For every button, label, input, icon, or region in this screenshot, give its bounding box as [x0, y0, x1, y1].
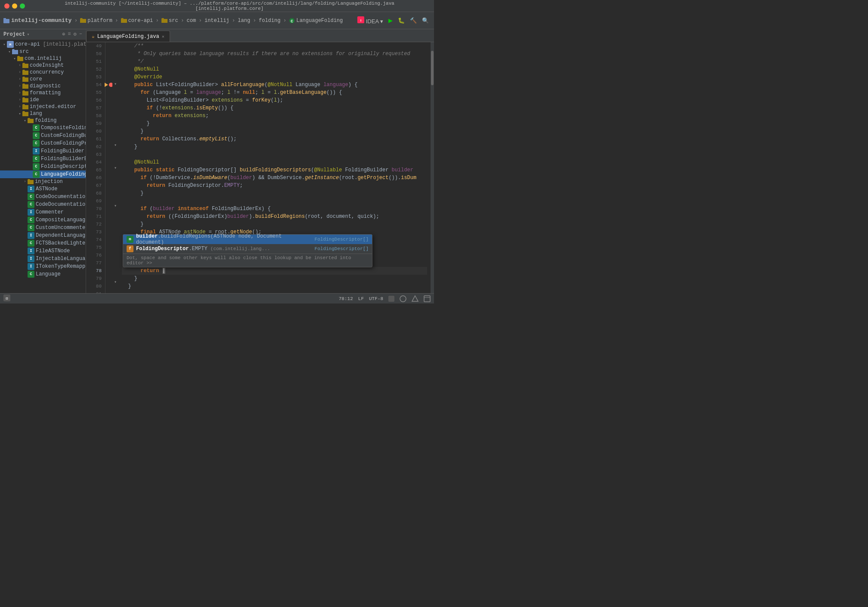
tree-item-fileastnode[interactable]: I FileASTNode: [0, 247, 86, 255]
tree-item-com-intellij[interactable]: ▾ com.intellij: [0, 55, 86, 62]
line-58: 58: [96, 112, 102, 120]
tree-label: injection: [35, 179, 63, 185]
fold-62[interactable]: ▾: [112, 141, 118, 149]
search-button[interactable]: 🔍: [420, 16, 431, 25]
fold-53: [112, 73, 118, 81]
tree-item-composite-folding-builder[interactable]: C CompositeFoldingBuilder: [0, 124, 86, 132]
line-72: 72: [96, 220, 102, 228]
bp-54[interactable]: [105, 81, 112, 89]
git-icon[interactable]: [400, 295, 406, 302]
class-i-icon: I: [28, 263, 34, 270]
code-line-65: public static FoldingDescriptor[] buildF…: [122, 166, 427, 174]
code-line-55: for (Language l = language; l != null; l…: [122, 89, 427, 96]
tree-item-itokentyperemapper[interactable]: I ITokenTypeRemapper: [0, 263, 86, 270]
fold-80[interactable]: ▾: [112, 278, 118, 286]
tree-item-language[interactable]: C Language: [0, 270, 86, 278]
tree-item-folding[interactable]: ▾ folding: [0, 117, 86, 124]
breadcrumb-lang[interactable]: lang: [238, 18, 250, 24]
minimize-button[interactable]: [12, 3, 17, 9]
sidebar-settings-btn[interactable]: ⚙: [74, 31, 77, 37]
bp-73: [105, 228, 112, 236]
tree-item-customuncommenter[interactable]: C CustomUncommenter: [0, 224, 86, 232]
maximize-button[interactable]: [20, 3, 25, 9]
breadcrumb-src[interactable]: src: [161, 18, 178, 24]
bp-49: [105, 42, 112, 50]
sidebar-title-text: Project: [3, 31, 25, 37]
tree-label: CustomUncommenter: [36, 225, 86, 231]
breadcrumb-core-api[interactable]: core-api: [121, 18, 153, 24]
tab-close-btn[interactable]: ✕: [162, 34, 164, 39]
window-title: intellij-community [~/intellij-community…: [29, 1, 430, 11]
tree-label: diagnostic: [30, 83, 61, 89]
tree-item-folding-descriptor[interactable]: C FoldingDescriptor: [0, 163, 86, 170]
warning-icon[interactable]: [412, 295, 418, 302]
breadcrumb-platform[interactable]: platform: [80, 18, 112, 24]
tree-item-core[interactable]: › core: [0, 76, 86, 83]
tree-item-ide[interactable]: › ide: [0, 96, 86, 103]
debug-button[interactable]: 🐛: [396, 16, 406, 25]
tree-item-src[interactable]: ▾ src: [0, 48, 86, 55]
class-i-icon: I: [28, 232, 34, 239]
code-content[interactable]: /** * Only queries base language results…: [118, 42, 431, 293]
tree-item-custom-folding-builder[interactable]: C CustomFoldingBuilder: [0, 132, 86, 139]
class-c-icon: C: [33, 140, 40, 147]
tree-label: ASTNode: [36, 186, 57, 192]
run-button[interactable]: ▶: [387, 16, 394, 25]
lf-label: LF: [358, 296, 364, 301]
traffic-lights: [4, 3, 25, 9]
title-bar: intellij-community [~/intellij-community…: [0, 0, 434, 12]
tree-item-codeinsight[interactable]: › codeInsight: [0, 62, 86, 69]
scrollbar-thumb[interactable]: [431, 51, 434, 85]
sidebar-close-btn[interactable]: –: [79, 31, 82, 37]
breadcrumb-com[interactable]: com: [187, 18, 196, 24]
tree-item-commenter[interactable]: I Commenter: [0, 208, 86, 216]
ac-item-1[interactable]: m builder.buildFoldRegions(ASTNode node,…: [123, 235, 372, 244]
tree-item-lang[interactable]: ▾ lang: [0, 110, 86, 117]
tree-item-concurrency[interactable]: › concurrency: [0, 69, 86, 76]
layout-icon[interactable]: [424, 295, 431, 302]
tree-item-fctsbackedlighterast[interactable]: C FCTSBackedLighterAST: [0, 239, 86, 247]
bp-51: [105, 58, 112, 65]
tab-language-folding[interactable]: ☕ LanguageFolding.java ✕: [86, 31, 170, 42]
bp-52: [105, 65, 112, 73]
tree-item-core-api[interactable]: ▾ M core-api [intellij.platform.core]: [0, 40, 86, 48]
tree-item-language-folding[interactable]: C LanguageFolding: [0, 170, 86, 178]
fold-54[interactable]: ▾: [112, 80, 118, 88]
tree-item-injection[interactable]: › injection: [0, 178, 86, 185]
run-config-selector[interactable]: I IDEA ▾: [356, 15, 385, 25]
breadcrumb-languagefolding[interactable]: C LanguageFolding: [289, 18, 343, 24]
ac-item-2[interactable]: f FoldingDescriptor.EMPTY (com.intellij.…: [123, 244, 372, 254]
cursor-position[interactable]: 78:12: [339, 296, 353, 301]
close-button[interactable]: [4, 3, 9, 9]
breadcrumb-folding[interactable]: folding: [259, 18, 280, 24]
terminal-icon[interactable]: ⊡: [3, 294, 10, 301]
tree-item-codedocumentationawareco-2[interactable]: C CodeDocumentationAwareCo: [0, 201, 86, 208]
tree-item-injected-editor[interactable]: › injected.editor: [0, 103, 86, 110]
line-ending[interactable]: LF: [358, 296, 364, 301]
sidebar-sync-btn[interactable]: ⊕: [62, 31, 65, 37]
tree-item-astnode[interactable]: I ASTNode: [0, 185, 86, 193]
breadcrumb-intellij[interactable]: intellij: [205, 18, 229, 24]
breadcrumb-coreapi-label: core-api: [128, 18, 153, 24]
build-button[interactable]: 🔨: [408, 16, 418, 25]
fold-70[interactable]: ▾: [112, 202, 118, 210]
tree-item-formatting[interactable]: › formatting: [0, 90, 86, 96]
class-c-icon: C: [28, 224, 34, 231]
tree-item-injectablelanguage[interactable]: I InjectableLanguage: [0, 255, 86, 263]
tree-item-diagnostic[interactable]: › diagnostic: [0, 83, 86, 90]
tree-item-compositelanguage[interactable]: C CompositeLanguage: [0, 216, 86, 224]
sidebar-dropdown-arrow[interactable]: ▾: [27, 32, 29, 37]
editor-scrollbar[interactable]: [431, 42, 434, 293]
tree-item-custom-folding-provider[interactable]: C CustomFoldingProvider: [0, 139, 86, 147]
tree-item-folding-builder[interactable]: I FoldingBuilder: [0, 147, 86, 155]
code-editor[interactable]: 49 50 51 52 53 54 55 56 57 58 59 60 61 6…: [86, 42, 434, 293]
tree-item-dependentlanguage[interactable]: I DependentLanguage: [0, 232, 86, 239]
fold-65[interactable]: ▾: [112, 164, 118, 172]
encoding[interactable]: UTF-8: [369, 296, 383, 301]
tree-label: Language: [36, 271, 61, 277]
tree-label: formatting: [30, 90, 61, 96]
line-62: 62: [96, 143, 102, 151]
sidebar-collapse-btn[interactable]: ≡: [68, 31, 71, 37]
tree-item-codedocumentationawareco-1[interactable]: C CodeDocumentationAwareCo: [0, 193, 86, 201]
tree-item-folding-builder-ex[interactable]: C FoldingBuilderEx: [0, 155, 86, 163]
